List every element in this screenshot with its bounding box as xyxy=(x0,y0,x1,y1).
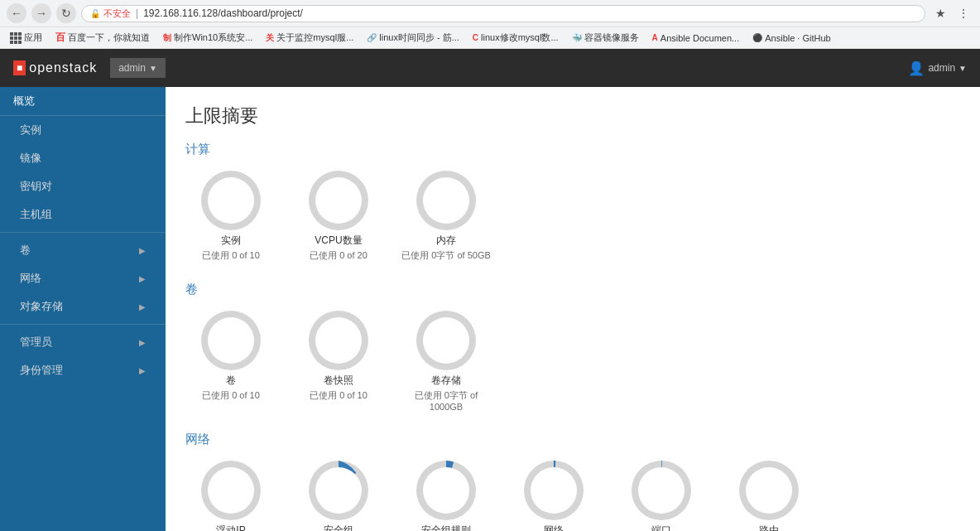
project-dropdown-icon: ▼ xyxy=(149,64,157,73)
browser-chrome: ← → ↻ 🔓 不安全 | 192.168.116.128/dashboard/… xyxy=(0,0,980,27)
url-security: 不安全 xyxy=(103,7,131,20)
pie-vol xyxy=(198,307,264,374)
sidebar-item-instances[interactable]: 实例 xyxy=(0,116,166,144)
chart-label-instance: 实例 xyxy=(221,234,241,248)
url-text: 192.168.116.128/dashboard/project/ xyxy=(143,7,916,19)
linux-mysql-icon: C xyxy=(473,33,478,42)
settings-button[interactable]: ⋮ xyxy=(954,3,973,23)
sidebar-label-admin: 管理员 xyxy=(20,335,52,350)
chart-label-vol-storage: 卷存储 xyxy=(431,374,461,388)
sidebar-item-volumes[interactable]: 卷 ▶ xyxy=(0,236,166,264)
chart-floating-ip: 浮动IP 已分配 0 of 50 xyxy=(185,457,276,531)
svg-point-17 xyxy=(423,467,469,514)
sidebar-overview[interactable]: 概览 xyxy=(0,87,166,116)
pie-floating-ip xyxy=(198,457,264,524)
ansible-github-label: Ansible · GitHub xyxy=(765,33,830,43)
chart-sub-memory: 已使用 0字节 of 50GB xyxy=(401,249,491,262)
browser-actions: ★ ⋮ xyxy=(930,3,973,23)
sidebar-overview-label: 概览 xyxy=(13,94,35,109)
svg-point-13 xyxy=(208,467,254,514)
sidebar-divider-2 xyxy=(0,324,166,325)
chart-label-security-group: 安全组 xyxy=(324,524,353,531)
project-label: admin xyxy=(118,62,146,74)
baidu-icon: 百 xyxy=(55,31,65,45)
svg-point-7 xyxy=(208,317,254,364)
baidu-bookmark[interactable]: 百 百度一下，你就知道 xyxy=(52,29,153,46)
svg-point-5 xyxy=(423,177,469,224)
chart-sub-vol: 已使用 0 of 10 xyxy=(202,389,260,402)
chart-label-snapshot: 卷快照 xyxy=(324,374,353,388)
sidebar-label-volumes: 卷 xyxy=(20,243,31,258)
chart-instance: 实例 已使用 0 of 10 xyxy=(185,167,276,262)
sidebar-item-keypairs[interactable]: 密钥对 xyxy=(0,172,166,200)
back-button[interactable]: ← xyxy=(7,3,26,23)
ansible-doc-icon: A xyxy=(652,33,658,42)
svg-point-3 xyxy=(315,177,362,224)
chart-label-floating-ip: 浮动IP xyxy=(216,524,245,531)
sidebar-label-object-storage: 对象存储 xyxy=(20,299,63,314)
win10-label: 制作Win10系统安... xyxy=(174,31,252,44)
chart-label-network: 网络 xyxy=(544,524,564,531)
compute-charts: 实例 已使用 0 of 10 VCPU数量 已使用 0 of 20 内存 已 xyxy=(185,167,960,262)
linux-time-bookmark[interactable]: 🔗 linux时间同步 - 筋... xyxy=(363,30,463,46)
ansible-doc-bookmark[interactable]: A Ansible Documen... xyxy=(649,31,743,45)
svg-point-15 xyxy=(315,467,362,514)
chevron-right-icon: ▶ xyxy=(139,246,146,255)
svg-point-1 xyxy=(208,177,254,224)
container-icon: 🐳 xyxy=(572,33,582,42)
linux-mysql-bookmark[interactable]: C linux修改mysql数... xyxy=(469,30,562,46)
chart-label-router: 路由 xyxy=(759,524,779,531)
mysql-monitor-bookmark[interactable]: 关 关于监控mysql服... xyxy=(262,30,357,46)
win10-bookmark[interactable]: 制 制作Win10系统安... xyxy=(160,30,256,46)
ansible-doc-label: Ansible Documen... xyxy=(661,33,739,43)
chart-vcpu: VCPU数量 已使用 0 of 20 xyxy=(293,167,384,262)
mysql-monitor-icon: 关 xyxy=(266,32,274,44)
chart-sub-vcpu: 已使用 0 of 20 xyxy=(310,249,368,262)
linux-mysql-label: linux修改mysql数... xyxy=(481,31,559,44)
linux-time-icon: 🔗 xyxy=(367,33,377,42)
user-dropdown-icon: ▼ xyxy=(958,64,967,73)
pie-memory xyxy=(413,167,479,234)
section-title-volume: 卷 xyxy=(185,282,960,297)
sidebar-item-object-storage[interactable]: 对象存储 ▶ xyxy=(0,292,166,321)
sidebar: 概览 实例 镜像 密钥对 主机组 卷 ▶ 网络 ▶ 对象存储 ▶ 管理员 ▶ xyxy=(0,87,166,531)
sidebar-item-images[interactable]: 镜像 xyxy=(0,144,166,172)
forward-button[interactable]: → xyxy=(31,3,51,23)
svg-point-19 xyxy=(531,467,577,514)
bookmark-star-button[interactable]: ★ xyxy=(930,3,950,23)
apps-label: 应用 xyxy=(24,31,42,44)
baidu-label: 百度一下，你就知道 xyxy=(68,31,150,44)
page-title: 上限摘要 xyxy=(185,104,960,128)
project-selector[interactable]: admin ▼ xyxy=(110,58,166,78)
chevron-right-icon-5: ▶ xyxy=(139,366,146,375)
chart-router: 路由 已使用 0 of 10 xyxy=(723,457,814,531)
sidebar-item-identity[interactable]: 身份管理 ▶ xyxy=(0,356,166,384)
svg-point-11 xyxy=(423,317,469,364)
volume-charts: 卷 已使用 0 of 10 卷快照 已使用 0 of 10 卷存储 已使用 xyxy=(185,307,960,412)
refresh-button[interactable]: ↻ xyxy=(56,3,76,23)
chart-label-port: 端口 xyxy=(651,524,671,531)
sidebar-label-network: 网络 xyxy=(20,271,41,286)
chart-sub-instance: 已使用 0 of 10 xyxy=(202,249,260,262)
pie-security-rules xyxy=(413,457,479,524)
pie-vcpu xyxy=(305,167,372,234)
sidebar-item-hostgroups[interactable]: 主机组 xyxy=(0,200,166,229)
ansible-github-bookmark[interactable]: ⚫ Ansible · GitHub xyxy=(749,31,833,45)
chart-label-memory: 内存 xyxy=(436,234,456,248)
content-area: 上限摘要 计算 实例 已使用 0 of 10 VCPU数量 已使用 0 of xyxy=(166,87,980,531)
sidebar-item-network[interactable]: 网络 ▶ xyxy=(0,264,166,292)
chart-vol-storage: 卷存储 已使用 0字节 of 1000GB xyxy=(401,307,492,412)
container-bookmark[interactable]: 🐳 容器镜像服务 xyxy=(569,30,642,46)
user-menu[interactable]: 👤 admin ▼ xyxy=(908,60,967,76)
os-header: ■ openstack admin ▼ 👤 admin ▼ xyxy=(0,49,980,87)
apps-icon xyxy=(10,32,22,44)
win10-icon: 制 xyxy=(163,32,171,44)
section-title-network: 网络 xyxy=(185,432,960,447)
url-bar[interactable]: 🔓 不安全 | 192.168.116.128/dashboard/projec… xyxy=(81,5,925,22)
github-icon: ⚫ xyxy=(752,33,762,42)
sidebar-item-admin[interactable]: 管理员 ▶ xyxy=(0,328,166,356)
apps-bookmark[interactable]: 应用 xyxy=(7,30,46,46)
chart-network: 网络 已使用 1 of 100 xyxy=(508,457,599,531)
user-icon: 👤 xyxy=(908,60,925,76)
section-title-compute: 计算 xyxy=(185,142,960,157)
